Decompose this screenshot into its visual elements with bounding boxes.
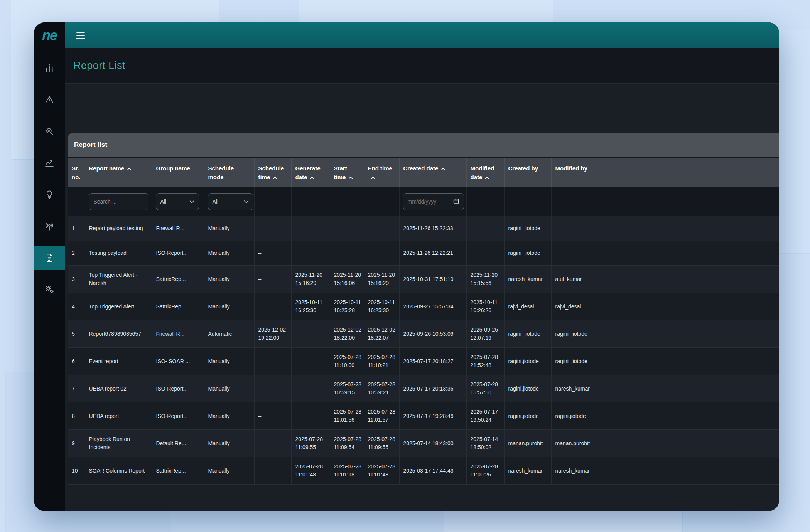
cell-modified_by [551,241,779,266]
cell-modified_date: 2025-07-28 15:57:50 [466,375,504,402]
bar-chart-icon [44,63,54,73]
column-header-created_date[interactable]: Created date [399,158,466,187]
schedule-mode-filter-select[interactable]: All [208,193,253,210]
report-name-search-input[interactable] [89,193,148,210]
cell-created_date: 2025-03-17 17:44:43 [399,457,466,485]
column-header-end_time[interactable]: End time [364,158,399,187]
cell-generate_date [291,375,330,402]
cell-sr_no: 9 [68,430,85,457]
report-row[interactable]: 10SOAR Columns ReportSattrixRep...Manual… [68,457,779,485]
column-label: Start time [334,165,347,180]
cell-end_time: 2025-10-11 16:25:30 [364,293,399,320]
sort-ascending-icon[interactable] [371,173,375,182]
hamburger-menu-icon[interactable] [75,30,86,40]
column-label: Schedule mode [208,165,234,180]
sort-ascending-icon[interactable] [127,164,132,173]
cell-schedule_time: – [254,375,291,402]
cell-created_by: ragini.jiotode [504,375,551,402]
cell-created_date: 2025-10-31 17:51:19 [399,266,466,293]
report-row[interactable]: 4Top Triggered AlertSattrixRep...Manuall… [68,293,779,320]
cell-group_name: ISO- SOAR ... [152,348,204,375]
sort-ascending-icon[interactable] [485,173,489,182]
column-header-start_time[interactable]: Start time [330,158,364,187]
cell-schedule_time: – [254,348,291,375]
content-area: Report list Sr. no.Report nameGroup name… [65,84,779,511]
column-header-schedule_time[interactable]: Schedule time [254,158,291,187]
report-row[interactable]: 2Testing payloadISO-Report...Manually–20… [68,241,779,266]
column-header-group_name: Group name [152,158,204,187]
cell-group_name: SattrixRep... [152,457,204,485]
sort-ascending-icon[interactable] [310,173,314,182]
cell-end_time: 2025-11-20 15:16:29 [364,266,399,293]
cell-start_time: 2025-07-28 11:10:00 [330,348,364,375]
cell-start_time [330,241,364,266]
sidebar-nav [34,56,65,302]
cell-group_name: ISO-Report... [152,375,204,402]
table-header-row: Sr. no.Report nameGroup nameSchedule mod… [68,158,779,187]
cell-group_name: ISO-Report... [152,402,204,430]
filter-cell-modified-date [466,187,504,216]
created-date-input[interactable] [408,199,448,205]
cell-start_time: 2025-07-28 11:01:56 [330,402,364,430]
report-row[interactable]: 1Report payload testingFirewall R...Manu… [68,216,779,241]
cell-modified_by: atul_kumar [551,266,779,293]
sort-ascending-icon[interactable] [441,164,446,173]
sidebar-item-analytics[interactable] [34,151,65,175]
column-header-generate_date[interactable]: Generate date [291,158,330,187]
filter-cell-group-name: All [152,187,204,216]
cell-created_by: ragini.jiotode [504,402,551,430]
group-name-filter-select[interactable]: All [156,193,199,210]
cell-created_by: rajvi_desai [504,293,551,320]
report-row[interactable]: 8UEBA reportISO-Report...Manually–2025-0… [68,402,779,430]
lightbulb-icon [44,190,54,200]
report-row[interactable]: 5Report678989085657Firewall R...Automati… [68,320,779,348]
cell-modified_by: naresh_kumar [551,457,779,485]
sidebar-item-dashboard[interactable] [34,56,65,81]
cell-schedule_mode: Manually [204,375,254,402]
column-header-report_name[interactable]: Report name [85,158,152,187]
cell-sr_no: 2 [68,241,85,266]
cell-schedule_time: – [254,430,291,457]
sidebar-item-reports[interactable] [34,246,65,270]
report-row[interactable]: 6Event reportISO- SOAR ...Manually–2025-… [68,348,779,375]
cell-generate_date [291,402,330,430]
report-row[interactable]: 7UEBA report 02ISO-Report...Manually–202… [68,375,779,402]
cell-created_date: 2025-11-26 12:22:21 [399,241,466,266]
cell-end_time: 2025-07-28 11:01:57 [364,402,399,430]
created-date-filter[interactable] [403,193,464,210]
gears-icon [44,285,54,295]
filter-cell-modified-by [551,187,779,216]
cell-sr_no: 4 [68,293,85,320]
sidebar-item-insights[interactable] [34,182,65,207]
calendar-icon[interactable] [453,198,459,206]
column-label: End time [368,165,392,172]
cell-created_by: naresh_kumar [504,266,551,293]
column-header-schedule_mode: Schedule mode [204,158,254,187]
cell-created_date: 2025-07-17 19:28:46 [399,402,466,430]
cell-modified_date: 2025-09-26 12:07:19 [466,320,504,348]
column-header-modified_date[interactable]: Modified date [466,158,504,187]
report-row[interactable]: 3Top Triggered Alert - NareshSattrixRep.… [68,266,779,293]
cell-schedule_mode: Manually [204,430,254,457]
sidebar-item-settings[interactable] [34,277,65,302]
cell-modified_date: 2025-07-28 21:52:48 [466,348,504,375]
topbar [65,22,779,48]
sidebar-item-alerts[interactable] [34,88,65,112]
sort-ascending-icon[interactable] [273,173,277,182]
sidebar-item-monitoring[interactable] [34,214,65,239]
cell-end_time: 2025-07-28 11:01:48 [364,457,399,485]
search-document-icon [44,126,54,136]
report-row[interactable]: 9Playbook Run on IncidentsDefault Re...M… [68,430,779,457]
cell-generate_date [291,348,330,375]
cell-report_name: UEBA report [85,402,152,430]
sort-ascending-icon[interactable] [348,173,353,182]
table-filter-row: All All [68,187,779,216]
broadcast-icon [44,221,54,231]
cell-sr_no: 6 [68,348,85,375]
sidebar-item-investigation[interactable] [34,119,65,144]
cell-group_name: Default Re... [152,430,204,457]
cell-modified_date: 2025-07-17 19:50:24 [466,402,504,430]
page-header: Report List [65,48,779,84]
cell-modified_by: ragini_jiotode [551,348,779,375]
cell-modified_by: ragini.jiotode [551,402,779,430]
